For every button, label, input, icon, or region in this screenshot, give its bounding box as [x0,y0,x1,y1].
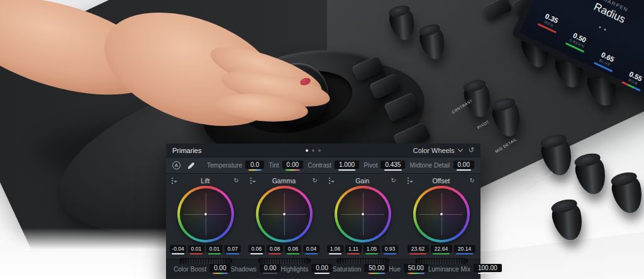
mode-label: Color Wheels [413,147,455,154]
color-wheels-section: Lift ↻ -0.04 0.01 0.01 0.07 [166,174,480,259]
offset-color-wheel[interactable] [413,186,470,242]
offset-value-g[interactable]: 22.64 [431,245,452,254]
wheel-title: Lift [177,177,234,185]
gain-value-b[interactable]: 0.93 [382,245,398,254]
gain-value-r[interactable]: 1.11 [345,245,362,254]
desk-surface-left [0,228,170,279]
wheel-mode-icon[interactable] [408,178,413,184]
lift-value-g[interactable]: 0.01 [206,245,223,254]
lift-color-wheel[interactable] [177,186,234,242]
offset-value-r[interactable]: 23.62 [408,245,429,254]
gamma-master-wheel[interactable] [258,258,311,264]
wheel-indicator[interactable] [283,213,286,215]
field-temperature: Temperature 0.0 [207,161,264,171]
field-pivot: Pivot 0.435 [364,161,405,171]
temperature-value[interactable]: 0.0 [245,161,264,171]
wheel-reset-icon[interactable]: ↻ [391,177,396,184]
luminance-mix-value[interactable]: 100.00 [474,264,502,274]
page-dots[interactable] [306,149,321,152]
field-label: Color Boost [174,266,206,273]
field-midtone-detail: Midtone Detail 0.00 [410,161,474,171]
lift-value-r[interactable]: 0.01 [188,245,204,254]
wheel-indicator[interactable] [362,213,364,215]
wheel-gain: Gain ↻ 1.06 1.11 1.05 0.93 [323,174,402,259]
auto-balance-icon[interactable]: A [172,161,180,169]
wheel-mode-icon[interactable] [172,178,177,184]
gamma-value-y[interactable]: 0.06 [248,245,265,254]
knob-label: COLOR BOOST [525,171,554,191]
field-label: Saturation [333,266,362,273]
field-contrast: Contrast 1.000 [308,161,359,171]
wheel-offset: Offset ↻ 23.62 22.64 20.14 [402,174,480,259]
shadows-value[interactable]: 0.00 [260,264,280,274]
wheel-reset-icon[interactable]: ↻ [234,177,239,184]
white-balance-picker-icon[interactable] [187,161,196,170]
field-highlights: Highlights 0.00 [280,264,332,274]
field-label: Tint [269,162,279,169]
pivot-value[interactable]: 0.435 [380,161,405,171]
lcd-metric-red: 0.35 RED [527,9,566,50]
toolbar-fields: Temperature 0.0 Tint 0.00 Contrast 1.000 [207,161,474,171]
gamma-value-r[interactable]: 0.08 [267,245,283,254]
lcd-metric-green: 0.50 GREEN [557,28,594,65]
gain-values: 1.06 1.11 1.05 0.93 [323,245,402,254]
primaries-panel: Primaries Color Wheels ↺ A Temperature 0… [166,144,480,279]
lift-values: -0.04 0.01 0.01 0.07 [166,245,245,254]
wheel-title: Gain [334,177,391,185]
gain-value-y[interactable]: 1.06 [327,245,343,254]
field-label: Contrast [308,162,331,169]
panel-header: Primaries Color Wheels ↺ [166,144,480,157]
gain-value-g[interactable]: 1.05 [364,245,380,254]
field-label: Midtone Detail [410,162,450,169]
field-luminance-mix: Luminance Mix 100.00 [428,264,502,274]
field-label: Hue [389,266,400,273]
lift-master-wheel[interactable] [179,258,232,264]
wheel-reset-icon[interactable]: ↻ [313,177,318,184]
hue-value[interactable]: 50.00 [404,264,428,274]
chevron-down-icon [458,147,463,152]
wheel-indicator[interactable] [204,213,207,215]
offset-master-wheel[interactable] [415,258,468,264]
mode-dropdown[interactable]: Color Wheels [413,147,462,154]
lift-value-y[interactable]: -0.04 [170,245,186,254]
field-tint: Tint 0.00 [269,161,303,171]
gamma-value-g[interactable]: 0.06 [285,245,301,254]
panel-knob [549,198,587,243]
gamma-value-b[interactable]: 0.04 [303,245,319,254]
wheel-mode-icon[interactable] [250,178,255,184]
gain-master-wheel[interactable] [336,258,389,264]
field-shadows: Shadows 0.00 [231,264,281,274]
lift-value-b[interactable]: 0.07 [225,245,241,254]
panel-title: Primaries [172,147,201,154]
midtone-detail-value[interactable]: 0.00 [453,161,474,171]
color-boost-value[interactable]: 0.00 [209,264,230,274]
wheel-title: Offset [413,177,470,185]
field-label: Pivot [364,162,377,169]
wheel-reset-icon[interactable]: ↻ [470,177,475,184]
saturation-value[interactable]: 50.00 [364,264,389,274]
field-color-boost: Color Boost 0.00 [174,264,231,274]
panel-knob [609,171,644,216]
screenshot-stage: CONTRAST PIVOT MID DETAIL COLOR BOOST SH… [0,0,644,279]
wheel-indicator[interactable] [440,213,443,215]
offset-value-b[interactable]: 20.14 [454,245,475,254]
wheel-title: Gamma [255,177,313,185]
panel-reset-icon[interactable]: ↺ [469,146,474,154]
field-label: Temperature [207,162,242,169]
wheel-gamma: Gamma ↻ 0.06 0.08 0.06 0.04 [245,174,323,259]
highlights-value[interactable]: 0.00 [311,264,332,274]
field-hue: Hue 50.00 [389,264,428,274]
field-label: Shadows [231,266,257,273]
field-label: Highlights [280,266,308,273]
wheel-mode-icon[interactable] [329,178,334,184]
field-saturation: Saturation 50.00 [333,264,389,274]
gamma-values: 0.06 0.08 0.06 0.04 [245,245,323,254]
offset-values: 23.62 22.64 20.14 [402,245,480,254]
gain-color-wheel[interactable] [335,186,391,242]
contrast-value[interactable]: 1.000 [335,161,359,171]
panel-toolbar: A Temperature 0.0 Tint 0.00 [166,157,480,174]
field-label: Luminance Mix [428,266,470,273]
wheel-lift: Lift ↻ -0.04 0.01 0.01 0.07 [166,174,245,259]
tint-value[interactable]: 0.00 [282,161,303,171]
gamma-color-wheel[interactable] [256,186,313,242]
